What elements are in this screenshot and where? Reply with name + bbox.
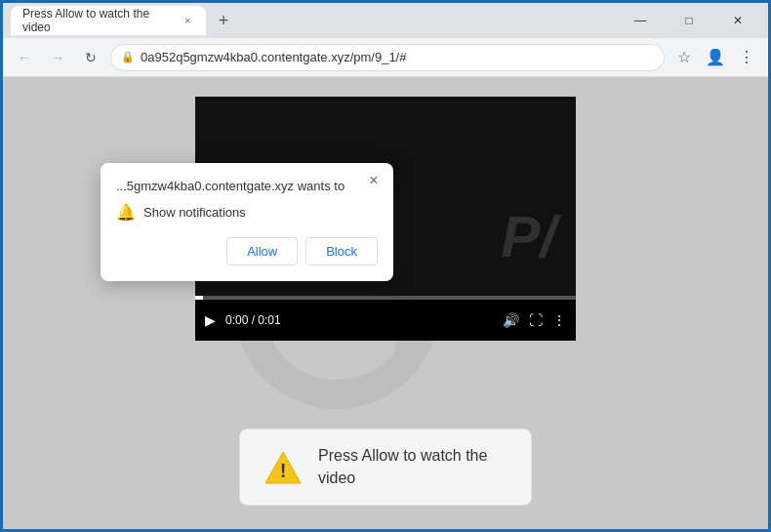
popup-close-button[interactable]: ×: [364, 171, 384, 190]
title-bar: Press Allow to watch the video × + — □ ✕: [3, 3, 768, 38]
popup-buttons: Allow Block: [116, 237, 378, 266]
bell-icon: 🔔: [116, 203, 136, 222]
back-button[interactable]: ←: [11, 44, 38, 71]
warning-icon: !: [264, 448, 303, 487]
forward-button[interactable]: →: [44, 44, 71, 71]
profile-icon[interactable]: 👤: [702, 44, 729, 71]
address-bar: ← → ↻ 🔒 0a952q5gmzw4kba0.contentgate.xyz…: [3, 38, 768, 77]
main-content: × ...5gmzw4kba0.contentgate.xyz wants to…: [3, 77, 768, 532]
more-options-button[interactable]: ⋮: [552, 312, 566, 328]
url-text: 0a952q5gmzw4kba0.contentgate.xyz/pm/9_1/…: [141, 50, 406, 64]
volume-button[interactable]: 🔊: [503, 312, 519, 328]
url-bar[interactable]: 🔒 0a952q5gmzw4kba0.contentgate.xyz/pm/9_…: [110, 44, 665, 71]
progress-bar-fill: [195, 296, 203, 300]
allow-button[interactable]: Allow: [226, 237, 298, 266]
maximize-button[interactable]: □: [667, 6, 711, 35]
notification-popup: × ...5gmzw4kba0.contentgate.xyz wants to…: [101, 163, 393, 281]
bookmark-icon[interactable]: ☆: [670, 44, 698, 71]
progress-bar-container[interactable]: [195, 296, 576, 300]
menu-icon[interactable]: ⋮: [733, 44, 760, 71]
window-controls: — □ ✕: [618, 6, 760, 35]
tab-area: Press Allow to watch the video × +: [11, 6, 614, 35]
close-button[interactable]: ✕: [715, 6, 760, 35]
toolbar-icons: ☆ 👤 ⋮: [670, 44, 760, 71]
permission-label: Show notifications: [143, 205, 246, 220]
press-allow-box: ! Press Allow to watch the video: [239, 429, 532, 506]
video-watermark: P/: [501, 203, 556, 270]
play-button[interactable]: ▶: [205, 312, 216, 328]
svg-text:!: !: [280, 460, 287, 481]
minimize-button[interactable]: —: [618, 6, 663, 35]
tab-close-button[interactable]: ×: [182, 14, 194, 27]
tab-title: Press Allow to watch the video: [22, 7, 174, 34]
new-tab-button[interactable]: +: [210, 7, 237, 34]
time-display: 0:00 / 0:01: [225, 313, 281, 327]
video-controls: ▶ 0:00 / 0:01 🔊 ⛶ ⋮: [195, 300, 576, 341]
browser-tab[interactable]: Press Allow to watch the video ×: [11, 6, 206, 35]
popup-domain: ...5gmzw4kba0.contentgate.xyz wants to: [116, 179, 378, 193]
popup-permission: 🔔 Show notifications: [116, 203, 378, 222]
block-button[interactable]: Block: [305, 237, 378, 266]
reload-button[interactable]: ↻: [77, 44, 104, 71]
fullscreen-button[interactable]: ⛶: [529, 312, 543, 328]
lock-icon: 🔒: [121, 51, 135, 63]
press-allow-text: Press Allow to watch the video: [318, 445, 507, 489]
